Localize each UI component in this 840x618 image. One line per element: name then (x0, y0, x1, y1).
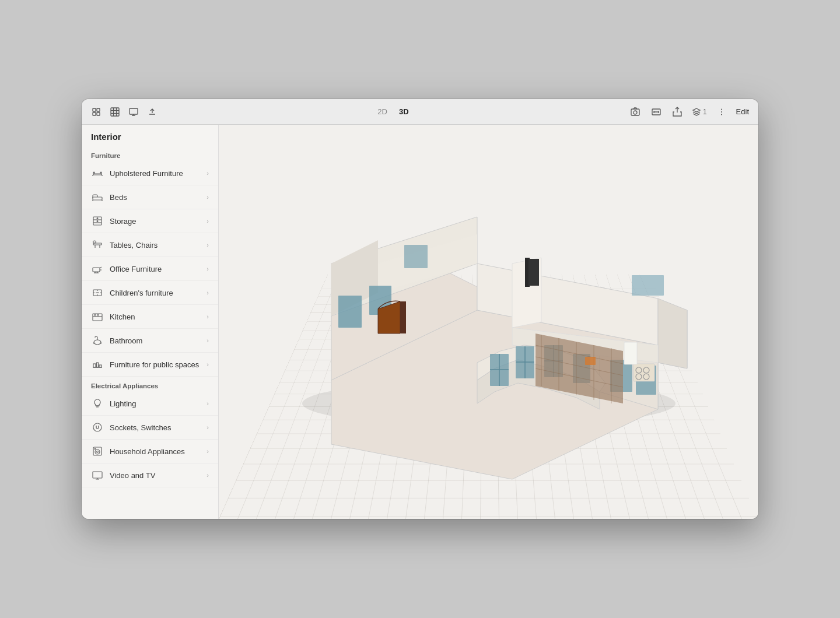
svg-rect-28 (93, 268, 100, 272)
sidebar-item-kitchen[interactable]: Kitchen › (82, 305, 218, 329)
chevron-icon: › (206, 472, 209, 479)
monitor-icon[interactable] (128, 107, 139, 117)
socket-icon (91, 421, 104, 434)
svg-rect-45 (93, 364, 96, 367)
svg-rect-18 (93, 197, 102, 200)
public-icon (91, 358, 104, 371)
svg-point-40 (97, 314, 99, 316)
upload-icon[interactable] (147, 107, 158, 117)
screenshot-icon[interactable] (629, 106, 642, 118)
svg-rect-90 (400, 301, 406, 333)
household-appliances-label: Household Appliances (110, 447, 201, 456)
office-icon (91, 262, 104, 275)
chevron-icon: › (206, 289, 209, 296)
svg-rect-108 (624, 342, 637, 364)
sidebar-item-storage[interactable]: Storage › (82, 209, 218, 233)
grid-icon[interactable] (110, 107, 120, 117)
svg-marker-67 (658, 299, 687, 368)
layer-info: 1 (692, 107, 707, 117)
svg-rect-4 (111, 108, 119, 116)
sidebar-item-household-appliances[interactable]: Household Appliances › (82, 440, 218, 464)
children-icon (91, 286, 104, 299)
sidebar-item-sockets-switches[interactable]: Sockets, Switches › (82, 416, 218, 440)
bed-icon (91, 191, 104, 203)
sidebar: Interior Furniture Upholstered Furniture… (82, 125, 219, 519)
storage-icon (91, 215, 104, 227)
main-content: Interior Furniture Upholstered Furniture… (82, 125, 758, 519)
chevron-icon: › (206, 424, 209, 431)
svg-rect-47 (99, 365, 102, 367)
view-2d-button[interactable]: 2D (372, 106, 393, 118)
office-furniture-label: Office Furniture (110, 265, 201, 273)
app-window: 2D 3D (82, 99, 758, 519)
lighting-label: Lighting (110, 399, 201, 408)
sidebar-item-public-spaces[interactable]: Furniture for public spaces › (82, 353, 218, 377)
svg-line-32 (100, 267, 102, 268)
svg-rect-93 (528, 259, 539, 286)
svg-rect-0 (93, 108, 96, 111)
svg-rect-109 (585, 357, 596, 365)
canvas-area[interactable] (219, 125, 758, 519)
sidebar-item-beds[interactable]: Beds › (82, 185, 218, 209)
layout-icon[interactable] (91, 107, 102, 117)
svg-point-23 (97, 221, 98, 222)
toolbar: 2D 3D (82, 99, 758, 125)
beds-label: Beds (110, 193, 201, 202)
sidebar-item-office-furniture[interactable]: Office Furniture › (82, 257, 218, 281)
svg-rect-9 (130, 108, 138, 114)
chevron-icon: › (206, 217, 209, 224)
chevron-icon: › (206, 400, 209, 407)
chevron-icon: › (206, 194, 209, 201)
sockets-switches-label: Sockets, Switches (110, 423, 201, 432)
more-options-icon[interactable] (715, 106, 728, 118)
svg-point-22 (97, 218, 98, 219)
svg-point-39 (94, 314, 96, 316)
section-electrical-label: Electrical Appliances (82, 377, 218, 392)
view-toggle: 2D 3D (372, 106, 414, 118)
sidebar-header: Interior (82, 125, 218, 146)
chevron-icon: › (206, 448, 209, 455)
chevron-icon: › (206, 337, 209, 344)
svg-point-13 (634, 111, 637, 114)
kitchen-label: Kitchen (110, 312, 201, 321)
chevron-icon: › (206, 361, 209, 368)
chevron-icon: › (206, 313, 209, 320)
childrens-furniture-label: Children's furniture (110, 289, 201, 297)
floorplan-container (219, 125, 758, 519)
sidebar-item-bathroom[interactable]: Bathroom › (82, 329, 218, 353)
svg-rect-2 (93, 113, 96, 115)
section-furniture-label: Furniture (82, 146, 218, 161)
sidebar-item-childrens-furniture[interactable]: Children's furniture › (82, 281, 218, 305)
svg-point-54 (95, 450, 100, 454)
lighting-icon (91, 397, 104, 410)
layer-count: 1 (703, 108, 707, 116)
bathroom-label: Bathroom (110, 336, 201, 345)
floorplan-svg (261, 159, 716, 485)
toolbar-icons-left (91, 107, 158, 117)
chevron-icon: › (206, 170, 209, 177)
svg-point-50 (93, 423, 102, 431)
dimensions-icon[interactable] (650, 106, 663, 118)
view-3d-button[interactable]: 3D (393, 106, 415, 118)
tv-icon (91, 469, 104, 482)
svg-rect-76 (404, 245, 428, 268)
public-spaces-label: Furniture for public spaces (110, 360, 201, 369)
sidebar-item-tables-chairs[interactable]: Tables, Chairs › (82, 233, 218, 257)
svg-rect-74 (338, 296, 362, 328)
svg-rect-3 (97, 113, 100, 115)
svg-rect-46 (97, 363, 99, 367)
share-icon[interactable] (671, 106, 684, 118)
kitchen-icon (91, 310, 104, 323)
toolbar-right: 1 Edit (629, 106, 749, 118)
edit-button[interactable]: Edit (736, 107, 749, 116)
sidebar-item-video-tv[interactable]: Video and TV › (82, 464, 218, 487)
appliance-icon (91, 445, 104, 458)
toolbar-center: 2D 3D (167, 106, 620, 118)
sofa-icon (91, 167, 104, 180)
svg-point-56 (94, 448, 96, 450)
svg-point-27 (93, 241, 96, 243)
sidebar-item-lighting[interactable]: Lighting › (82, 392, 218, 416)
bathroom-icon (91, 334, 104, 347)
storage-label: Storage (110, 217, 201, 226)
sidebar-item-upholstered-furniture[interactable]: Upholstered Furniture › (82, 161, 218, 185)
